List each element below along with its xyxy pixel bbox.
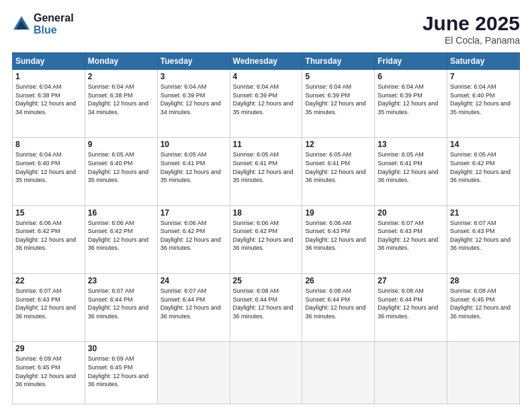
calendar-day-cell: 1Sunrise: 6:04 AMSunset: 6:38 PMDaylight…	[13, 70, 85, 138]
calendar-day-cell: 14Sunrise: 6:05 AMSunset: 6:42 PMDayligh…	[447, 138, 520, 205]
title-block: June 2025 El Cocla, Panama	[423, 12, 520, 46]
calendar-day-cell: 2Sunrise: 6:04 AMSunset: 6:38 PMDaylight…	[85, 70, 157, 138]
day-number: 11	[233, 140, 300, 149]
day-info: Sunrise: 6:04 AMSunset: 6:38 PMDaylight:…	[88, 83, 154, 116]
calendar-day-cell: 7Sunrise: 6:04 AMSunset: 6:40 PMDaylight…	[447, 70, 520, 138]
day-number: 14	[450, 140, 517, 149]
calendar-header-row: Sunday Monday Tuesday Wednesday Thursday…	[13, 53, 520, 70]
calendar-day-cell: 21Sunrise: 6:07 AMSunset: 6:43 PMDayligh…	[447, 205, 520, 273]
day-info: Sunrise: 6:06 AMSunset: 6:42 PMDaylight:…	[15, 219, 82, 253]
day-info: Sunrise: 6:04 AMSunset: 6:40 PMDaylight:…	[15, 150, 82, 184]
calendar-day-cell: 10Sunrise: 6:05 AMSunset: 6:41 PMDayligh…	[157, 138, 230, 205]
calendar-day-cell: 19Sunrise: 6:06 AMSunset: 6:43 PMDayligh…	[302, 205, 375, 273]
day-info: Sunrise: 6:06 AMSunset: 6:42 PMDaylight:…	[161, 219, 227, 253]
day-info: Sunrise: 6:05 AMSunset: 6:41 PMDaylight:…	[305, 150, 371, 184]
day-number: 1	[15, 72, 82, 81]
logo-text: General Blue	[34, 12, 74, 36]
calendar-day-cell: 25Sunrise: 6:08 AMSunset: 6:44 PMDayligh…	[230, 273, 302, 341]
calendar-day-cell: 13Sunrise: 6:05 AMSunset: 6:41 PMDayligh…	[375, 138, 447, 205]
day-number: 23	[88, 276, 154, 285]
day-info: Sunrise: 6:05 AMSunset: 6:40 PMDaylight:…	[88, 150, 154, 184]
calendar-day-cell: 3Sunrise: 6:04 AMSunset: 6:39 PMDaylight…	[157, 70, 230, 138]
day-info: Sunrise: 6:05 AMSunset: 6:42 PMDaylight:…	[450, 150, 517, 184]
day-info: Sunrise: 6:05 AMSunset: 6:41 PMDaylight:…	[161, 150, 227, 184]
title-location: El Cocla, Panama	[423, 35, 520, 46]
day-number: 5	[305, 72, 371, 81]
calendar-day-cell: 11Sunrise: 6:05 AMSunset: 6:41 PMDayligh…	[230, 138, 302, 205]
calendar-day-cell: 28Sunrise: 6:08 AMSunset: 6:45 PMDayligh…	[447, 273, 520, 341]
calendar-day-cell: 12Sunrise: 6:05 AMSunset: 6:41 PMDayligh…	[302, 138, 375, 205]
calendar-day-cell: 18Sunrise: 6:06 AMSunset: 6:42 PMDayligh…	[230, 205, 302, 273]
calendar-week-row: 29Sunrise: 6:09 AMSunset: 6:45 PMDayligh…	[13, 342, 520, 404]
calendar-day-cell: 29Sunrise: 6:09 AMSunset: 6:45 PMDayligh…	[13, 342, 85, 404]
day-info: Sunrise: 6:05 AMSunset: 6:41 PMDaylight:…	[233, 150, 300, 184]
day-number: 7	[450, 72, 517, 81]
day-info: Sunrise: 6:07 AMSunset: 6:43 PMDaylight:…	[450, 219, 517, 253]
col-friday: Friday	[375, 53, 447, 70]
calendar-day-cell: 4Sunrise: 6:04 AMSunset: 6:39 PMDaylight…	[230, 70, 302, 138]
calendar-week-row: 1Sunrise: 6:04 AMSunset: 6:38 PMDaylight…	[13, 70, 520, 138]
logo-general-text: General	[34, 12, 74, 24]
col-tuesday: Tuesday	[157, 53, 230, 70]
calendar-day-cell	[157, 342, 230, 404]
logo: General Blue	[12, 12, 74, 36]
day-info: Sunrise: 6:04 AMSunset: 6:40 PMDaylight:…	[450, 83, 517, 116]
day-info: Sunrise: 6:07 AMSunset: 6:44 PMDaylight:…	[161, 287, 227, 320]
calendar-day-cell: 30Sunrise: 6:09 AMSunset: 6:45 PMDayligh…	[85, 342, 157, 404]
day-number: 15	[15, 208, 82, 218]
day-info: Sunrise: 6:06 AMSunset: 6:42 PMDaylight:…	[233, 219, 300, 253]
calendar-day-cell: 16Sunrise: 6:06 AMSunset: 6:42 PMDayligh…	[85, 205, 157, 273]
day-info: Sunrise: 6:08 AMSunset: 6:44 PMDaylight:…	[378, 287, 444, 320]
logo-blue-text: Blue	[34, 24, 74, 36]
calendar-day-cell: 26Sunrise: 6:08 AMSunset: 6:44 PMDayligh…	[302, 273, 375, 341]
day-info: Sunrise: 6:09 AMSunset: 6:45 PMDaylight:…	[15, 355, 82, 388]
day-info: Sunrise: 6:08 AMSunset: 6:44 PMDaylight:…	[233, 287, 300, 320]
calendar-day-cell: 22Sunrise: 6:07 AMSunset: 6:43 PMDayligh…	[13, 273, 85, 341]
calendar-day-cell: 20Sunrise: 6:07 AMSunset: 6:43 PMDayligh…	[375, 205, 447, 273]
day-info: Sunrise: 6:05 AMSunset: 6:41 PMDaylight:…	[378, 150, 444, 184]
col-monday: Monday	[85, 53, 157, 70]
day-number: 9	[88, 140, 154, 149]
calendar-day-cell	[230, 342, 302, 404]
col-saturday: Saturday	[447, 53, 520, 70]
day-number: 4	[233, 72, 300, 81]
calendar-day-cell	[302, 342, 375, 404]
day-info: Sunrise: 6:06 AMSunset: 6:42 PMDaylight:…	[88, 219, 154, 253]
day-number: 3	[161, 72, 227, 81]
day-number: 24	[161, 276, 227, 285]
calendar-day-cell: 5Sunrise: 6:04 AMSunset: 6:39 PMDaylight…	[302, 70, 375, 138]
calendar-week-row: 8Sunrise: 6:04 AMSunset: 6:40 PMDaylight…	[13, 138, 520, 205]
col-wednesday: Wednesday	[230, 53, 302, 70]
calendar-day-cell: 9Sunrise: 6:05 AMSunset: 6:40 PMDaylight…	[85, 138, 157, 205]
page: General Blue June 2025 El Cocla, Panama …	[0, 0, 532, 411]
day-info: Sunrise: 6:07 AMSunset: 6:44 PMDaylight:…	[88, 287, 154, 320]
day-number: 13	[378, 140, 444, 149]
day-number: 26	[305, 276, 371, 285]
calendar-day-cell	[447, 342, 520, 404]
calendar-day-cell: 6Sunrise: 6:04 AMSunset: 6:39 PMDaylight…	[375, 70, 447, 138]
header: General Blue June 2025 El Cocla, Panama	[12, 12, 520, 46]
day-number: 22	[15, 276, 82, 285]
calendar-day-cell	[375, 342, 447, 404]
day-info: Sunrise: 6:04 AMSunset: 6:39 PMDaylight:…	[233, 83, 300, 116]
day-info: Sunrise: 6:04 AMSunset: 6:39 PMDaylight:…	[161, 83, 227, 116]
day-number: 20	[378, 208, 444, 218]
day-number: 10	[161, 140, 227, 149]
day-number: 19	[305, 208, 371, 218]
calendar-day-cell: 24Sunrise: 6:07 AMSunset: 6:44 PMDayligh…	[157, 273, 230, 341]
day-number: 16	[88, 208, 154, 218]
col-thursday: Thursday	[302, 53, 375, 70]
day-number: 2	[88, 72, 154, 81]
title-month: June 2025	[423, 12, 520, 35]
day-info: Sunrise: 6:07 AMSunset: 6:43 PMDaylight:…	[15, 287, 82, 320]
calendar-day-cell: 17Sunrise: 6:06 AMSunset: 6:42 PMDayligh…	[157, 205, 230, 273]
day-number: 12	[305, 140, 371, 149]
day-info: Sunrise: 6:08 AMSunset: 6:45 PMDaylight:…	[450, 287, 517, 320]
day-number: 27	[378, 276, 444, 285]
day-number: 29	[15, 344, 82, 353]
calendar-day-cell: 8Sunrise: 6:04 AMSunset: 6:40 PMDaylight…	[13, 138, 85, 205]
day-number: 6	[378, 72, 444, 81]
day-info: Sunrise: 6:06 AMSunset: 6:43 PMDaylight:…	[305, 219, 371, 253]
day-info: Sunrise: 6:04 AMSunset: 6:38 PMDaylight:…	[15, 83, 82, 116]
calendar-table: Sunday Monday Tuesday Wednesday Thursday…	[12, 52, 520, 404]
